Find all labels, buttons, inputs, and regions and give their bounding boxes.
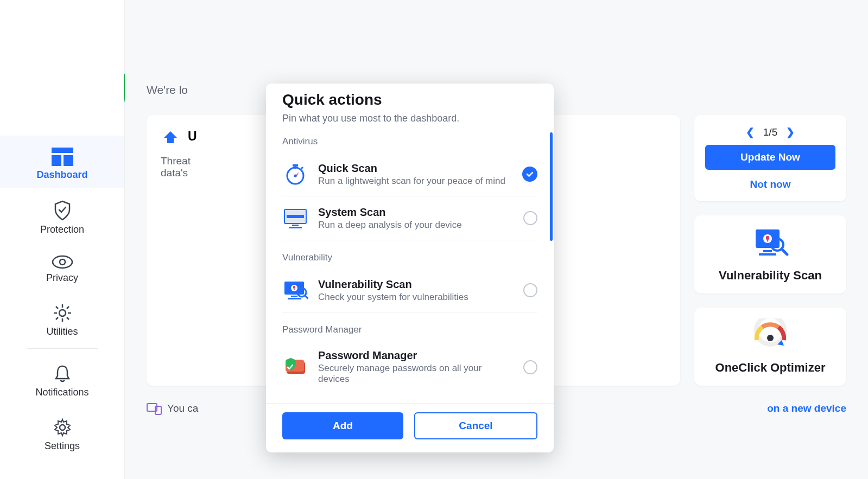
monitor-scan-icon bbox=[282, 205, 308, 231]
sidebar-item-label: Settings bbox=[45, 440, 80, 451]
optimizer-title: OneClick Optimizer bbox=[705, 361, 835, 375]
svg-point-42 bbox=[294, 289, 295, 290]
svg-rect-0 bbox=[52, 148, 73, 153]
svg-point-14 bbox=[60, 425, 65, 430]
vuln-scan-desc: Check your system for vulnerabilities bbox=[318, 292, 514, 303]
eye-icon bbox=[52, 255, 73, 269]
action-vulnerability-scan[interactable]: Vulnerability Scan Check your system for… bbox=[282, 269, 537, 312]
svg-rect-1 bbox=[52, 155, 61, 166]
system-scan-checkbox[interactable] bbox=[523, 211, 537, 225]
svg-rect-17 bbox=[759, 253, 776, 256]
optimizer-card[interactable]: OneClick Optimizer bbox=[694, 308, 846, 386]
svg-line-44 bbox=[305, 296, 308, 298]
optimizer-gauge-icon bbox=[751, 318, 789, 351]
system-scan-title: System Scan bbox=[318, 206, 514, 219]
sidebar-item-protection[interactable]: Protection bbox=[0, 188, 124, 243]
vulnerability-card[interactable]: Vulnerability Scan bbox=[694, 215, 846, 293]
sidebar-item-label: Privacy bbox=[46, 272, 78, 283]
svg-rect-16 bbox=[763, 250, 772, 252]
threat-title: U bbox=[188, 129, 197, 144]
pwd-mgr-desc: Securely manage passwords on all your de… bbox=[318, 363, 514, 385]
svg-rect-35 bbox=[292, 225, 299, 226]
not-now-link[interactable]: Not now bbox=[705, 178, 835, 190]
svg-rect-38 bbox=[291, 296, 297, 297]
svg-rect-2 bbox=[64, 155, 73, 166]
svg-line-11 bbox=[67, 317, 69, 320]
modal-scrollbar[interactable] bbox=[550, 132, 553, 241]
section-antivirus: Antivirus bbox=[282, 136, 537, 147]
system-scan-desc: Run a deep analysis of your device bbox=[318, 220, 514, 231]
modal-title: Quick actions bbox=[282, 91, 537, 108]
section-password: Password Manager bbox=[282, 324, 537, 335]
svg-line-22 bbox=[782, 249, 787, 254]
shield-icon bbox=[53, 200, 72, 221]
svg-line-13 bbox=[56, 317, 58, 320]
svg-point-23 bbox=[767, 335, 774, 341]
quick-scan-title: Quick Scan bbox=[318, 162, 512, 175]
promo-pager: ❮ 1/5 ❯ bbox=[705, 126, 835, 138]
svg-point-20 bbox=[767, 240, 769, 242]
cloud-upload-icon bbox=[161, 129, 180, 145]
pager-text: 1/5 bbox=[763, 126, 777, 138]
cancel-button[interactable]: Cancel bbox=[414, 412, 537, 439]
sidebar-item-label: Utilities bbox=[46, 326, 78, 337]
bell-icon bbox=[54, 364, 71, 384]
vuln-scan-checkbox[interactable] bbox=[523, 283, 537, 297]
sidebar-divider bbox=[27, 348, 98, 349]
action-system-scan[interactable]: System Scan Run a deep analysis of your … bbox=[282, 196, 537, 240]
dashboard-icon bbox=[52, 148, 73, 166]
svg-point-32 bbox=[294, 175, 297, 177]
install-new-device-link[interactable]: on a new device bbox=[767, 403, 846, 414]
update-now-button[interactable]: Update Now bbox=[705, 145, 835, 170]
sidebar-item-utilities[interactable]: Utilities bbox=[0, 291, 124, 345]
pwd-mgr-checkbox[interactable] bbox=[523, 360, 537, 374]
svg-rect-19 bbox=[766, 236, 769, 240]
svg-point-3 bbox=[53, 256, 72, 268]
gear-icon bbox=[53, 303, 72, 323]
stopwatch-icon bbox=[282, 161, 308, 187]
action-quick-scan[interactable]: Quick Scan Run a lightweight scan for yo… bbox=[282, 152, 537, 196]
action-password-manager[interactable]: Password Manager Securely manage passwor… bbox=[282, 341, 537, 393]
svg-rect-39 bbox=[288, 298, 301, 299]
svg-point-4 bbox=[60, 259, 65, 265]
sidebar-item-privacy[interactable]: Privacy bbox=[0, 243, 124, 291]
svg-line-12 bbox=[67, 306, 69, 309]
sidebar-item-label: Notifications bbox=[35, 387, 88, 398]
pager-next[interactable]: ❯ bbox=[786, 126, 795, 138]
section-vulnerability: Vulnerability bbox=[282, 252, 537, 263]
svg-point-5 bbox=[59, 310, 66, 316]
sidebar-item-settings[interactable]: Settings bbox=[0, 406, 124, 459]
quick-scan-checkbox[interactable] bbox=[522, 167, 537, 182]
svg-rect-26 bbox=[155, 406, 161, 414]
pager-prev[interactable]: ❮ bbox=[746, 126, 755, 138]
vuln-scan-title: Vulnerability Scan bbox=[318, 278, 514, 291]
svg-rect-28 bbox=[293, 164, 298, 167]
modal-footer: Add Cancel bbox=[266, 403, 554, 439]
svg-rect-34 bbox=[287, 215, 304, 218]
quick-scan-desc: Run a lightweight scan for your peace of… bbox=[318, 176, 512, 187]
add-button[interactable]: Add bbox=[282, 412, 403, 439]
settings-icon bbox=[53, 418, 72, 437]
promo-card: ❮ 1/5 ❯ Update Now Not now bbox=[694, 115, 846, 201]
sidebar-item-label: Protection bbox=[40, 224, 84, 235]
devices-icon bbox=[147, 402, 162, 415]
vulnerability-icon bbox=[282, 277, 308, 303]
wallet-shield-icon bbox=[282, 354, 308, 380]
svg-rect-36 bbox=[289, 227, 302, 228]
install-prefix: You ca bbox=[167, 403, 198, 414]
sidebar-item-label: Dashboard bbox=[36, 169, 87, 180]
svg-line-10 bbox=[56, 306, 58, 309]
vulnerability-title: Vulnerability Scan bbox=[705, 269, 835, 283]
sidebar-item-dashboard[interactable]: Dashboard bbox=[0, 136, 124, 188]
quick-actions-modal: Quick actions Pin what you use most to t… bbox=[266, 84, 554, 452]
sidebar: Dashboard Protection Privacy bbox=[0, 0, 125, 479]
sidebar-item-notifications[interactable]: Notifications bbox=[0, 352, 124, 406]
svg-rect-41 bbox=[293, 286, 295, 289]
svg-line-30 bbox=[301, 167, 303, 169]
vulnerability-scan-icon bbox=[751, 226, 789, 259]
pwd-mgr-title: Password Manager bbox=[318, 349, 514, 362]
modal-subtitle: Pin what you use most to the dashboard. bbox=[282, 113, 537, 124]
